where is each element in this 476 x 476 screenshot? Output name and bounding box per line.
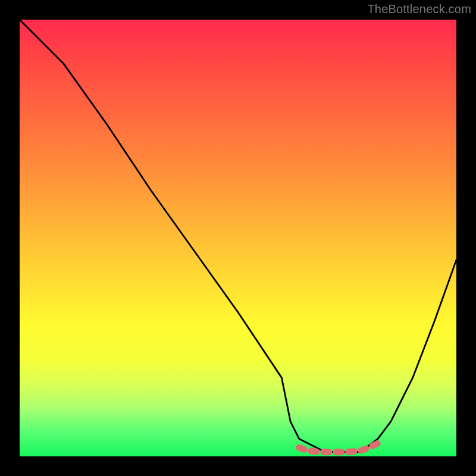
- chart-frame: TheBottleneck.com: [0, 0, 476, 476]
- watermark-label: TheBottleneck.com: [367, 2, 471, 16]
- curve-path: [20, 20, 456, 452]
- chart-svg: [20, 20, 456, 456]
- plot-area: [20, 20, 456, 456]
